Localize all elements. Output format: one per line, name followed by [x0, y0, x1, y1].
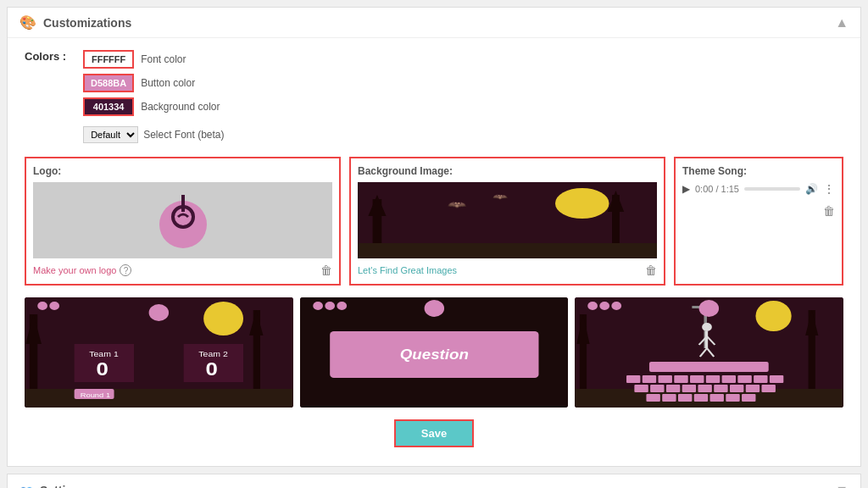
audio-more-icon[interactable]: ⋮: [823, 182, 835, 196]
preview-scoreboard: Team 1 Team 2 0 0 Round 1: [25, 297, 293, 408]
volume-icon[interactable]: 🔊: [805, 183, 818, 195]
theme-delete-icon[interactable]: 🗑: [823, 204, 835, 218]
bg-image-panel: Background Image:: [349, 157, 665, 286]
svg-rect-78: [742, 394, 755, 402]
preview-hangman: [575, 297, 843, 408]
theme-song-panel: Theme Song: ▶ 0:00 / 1:15 🔊 ⋮ 🗑: [674, 157, 843, 286]
svg-rect-65: [666, 385, 680, 392]
svg-rect-58: [706, 375, 720, 383]
logo-panel: Logo: Make your own logo ?: [25, 157, 341, 286]
preview1-svg: Team 1 Team 2 0 0 Round 1: [25, 297, 293, 408]
bg-image-title: Background Image:: [358, 165, 657, 177]
svg-text:🦇: 🦇: [492, 192, 508, 201]
svg-rect-61: [754, 375, 767, 383]
audio-player: ▶ 0:00 / 1:15 🔊 ⋮: [682, 182, 835, 196]
logo-help-icon[interactable]: ?: [120, 264, 131, 276]
svg-rect-70: [746, 385, 760, 392]
font-select[interactable]: Default: [83, 126, 138, 143]
preview2-svg: Question: [300, 297, 569, 408]
svg-rect-56: [675, 375, 688, 383]
svg-rect-75: [694, 394, 708, 402]
play-button[interactable]: ▶: [682, 183, 690, 195]
customizations-header[interactable]: 🎨 Customizations ▲: [8, 8, 860, 38]
customizations-chevron-icon: ▲: [835, 15, 849, 30]
svg-text:0: 0: [205, 358, 217, 380]
game-previews-row: Team 1 Team 2 0 0 Round 1: [25, 297, 843, 408]
svg-text:Round 1: Round 1: [81, 391, 111, 399]
svg-point-36: [424, 300, 443, 317]
svg-rect-57: [690, 375, 704, 383]
bg-color-swatch[interactable]: 401334: [83, 97, 134, 116]
svg-rect-69: [730, 385, 743, 392]
svg-rect-64: [650, 385, 664, 392]
svg-rect-68: [715, 385, 728, 392]
bg-color-label: Background color: [141, 101, 220, 113]
bg-image-preview: 🦇 🦇: [358, 182, 657, 258]
preview-question: Question: [300, 297, 569, 408]
bg-delete-icon[interactable]: 🗑: [645, 263, 657, 277]
customizations-title: Customizations: [43, 16, 131, 30]
bg-image-link[interactable]: Let's Find Great Images: [358, 265, 457, 275]
svg-point-81: [612, 302, 622, 310]
svg-point-13: [203, 302, 243, 336]
font-select-label: Select Font (beta): [143, 129, 224, 141]
audio-time: 0:00 / 1:15: [695, 184, 739, 194]
svg-rect-71: [762, 385, 776, 392]
settings-chevron-icon: ▼: [835, 483, 849, 488]
svg-rect-47: [705, 331, 709, 348]
logo-panel-title: Logo:: [33, 165, 332, 177]
svg-rect-62: [770, 375, 783, 383]
svg-text:Team 1: Team 1: [89, 350, 119, 358]
svg-text:🦇: 🦇: [448, 199, 466, 210]
button-color-swatch[interactable]: D588BA: [83, 74, 134, 92]
bg-scene-svg: 🦇 🦇: [358, 182, 657, 258]
svg-rect-54: [643, 375, 656, 383]
svg-text:0: 0: [96, 358, 108, 380]
svg-text:Question: Question: [399, 347, 468, 362]
logo-svg: [149, 186, 217, 254]
settings-icon: 👥: [19, 485, 33, 489]
svg-point-28: [37, 302, 47, 310]
font-color-label: Font color: [141, 53, 186, 65]
svg-rect-72: [647, 394, 660, 402]
preview3-svg: [575, 297, 843, 408]
svg-rect-66: [682, 385, 696, 392]
svg-text:Team 2: Team 2: [198, 350, 228, 358]
audio-slider[interactable]: [744, 187, 800, 191]
svg-point-29: [49, 302, 59, 310]
svg-point-34: [325, 302, 335, 310]
svg-point-35: [337, 302, 347, 310]
svg-point-33: [313, 302, 323, 310]
customizations-icon: 🎨: [19, 14, 36, 30]
svg-rect-53: [626, 375, 640, 383]
svg-rect-52: [649, 362, 769, 372]
button-color-label: Button color: [141, 77, 195, 89]
logo-delete-icon[interactable]: 🗑: [320, 263, 332, 277]
svg-rect-63: [635, 385, 648, 392]
font-color-swatch[interactable]: FFFFFF: [83, 50, 134, 69]
colors-label: Colors :: [25, 50, 66, 63]
svg-rect-60: [738, 375, 752, 383]
theme-song-title: Theme Song:: [682, 165, 835, 177]
svg-rect-9: [358, 243, 657, 258]
svg-point-80: [600, 302, 610, 310]
save-button[interactable]: Save: [394, 419, 474, 447]
svg-point-79: [588, 302, 598, 310]
svg-point-4: [555, 188, 609, 219]
svg-rect-74: [678, 394, 692, 402]
svg-rect-67: [698, 385, 712, 392]
svg-rect-1: [181, 195, 185, 212]
svg-point-46: [702, 323, 712, 331]
settings-header[interactable]: 👥 Settings ▼: [8, 474, 860, 488]
svg-rect-55: [659, 375, 672, 383]
svg-rect-18: [25, 389, 293, 408]
settings-title: Settings: [40, 484, 86, 488]
svg-rect-77: [726, 394, 740, 402]
svg-rect-59: [722, 375, 736, 383]
svg-rect-73: [663, 394, 676, 402]
logo-preview: [33, 182, 332, 258]
svg-point-25: [149, 304, 169, 321]
svg-point-82: [699, 300, 719, 317]
svg-point-38: [756, 301, 792, 331]
logo-make-link[interactable]: Make your own logo ?: [33, 264, 131, 276]
